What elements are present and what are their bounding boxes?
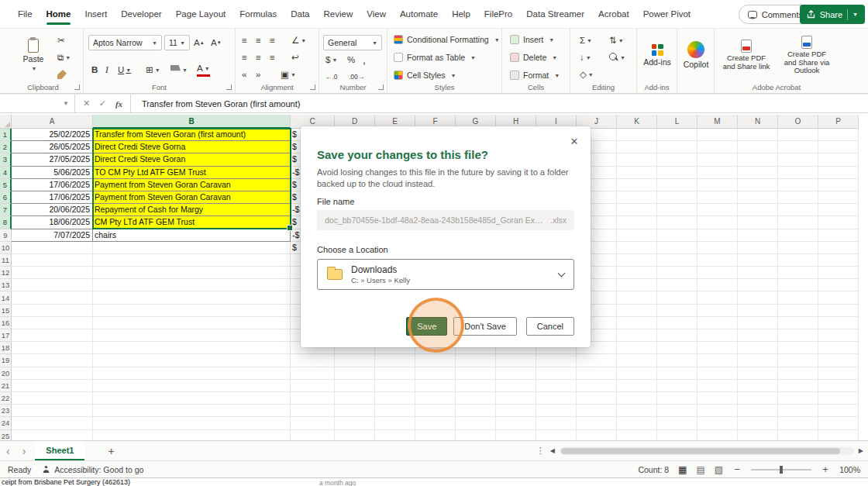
cell-L12[interactable] (657, 267, 698, 279)
cell-A21[interactable] (12, 380, 93, 392)
cell-D24[interactable] (335, 417, 375, 429)
increase-indent-button[interactable]: » (256, 67, 260, 81)
cell-K5[interactable] (617, 179, 657, 191)
cell-M3[interactable] (698, 153, 738, 166)
ribbon-tab-view[interactable]: View (360, 0, 393, 28)
orientation-button[interactable]: ∠▼ (291, 33, 306, 47)
wrap-text-button[interactable]: ↩ (291, 50, 299, 64)
cell-O13[interactable] (778, 279, 818, 291)
cell-P15[interactable] (818, 305, 859, 317)
cell-B24[interactable] (93, 417, 291, 429)
cell-E22[interactable] (375, 392, 415, 405)
cell-K23[interactable] (617, 405, 657, 417)
row-header-23[interactable]: 23 (0, 405, 12, 417)
cell-A13[interactable] (12, 279, 93, 291)
cell-J20[interactable] (577, 367, 617, 380)
sheet-tab-sheet1[interactable]: Sheet1 (35, 441, 84, 460)
cell-N16[interactable] (738, 317, 778, 329)
cell-K3[interactable] (617, 153, 657, 166)
zoom-level[interactable]: 100% (839, 465, 860, 474)
cell-B2[interactable]: Direct Credi Steve Gorna (93, 141, 291, 153)
cell-O12[interactable] (778, 267, 818, 279)
cell-A11[interactable] (12, 254, 93, 267)
font-dialog-launcher[interactable] (226, 84, 232, 90)
cell-M2[interactable] (698, 141, 738, 153)
row-header-5[interactable]: 5 (0, 179, 12, 191)
italic-button[interactable]: I (105, 63, 108, 77)
cell-K7[interactable] (617, 204, 657, 216)
row-header-18[interactable]: 18 (0, 342, 12, 354)
align-right-button[interactable]: ≡ (270, 50, 275, 64)
cell-G22[interactable] (456, 392, 496, 405)
scroll-left-icon[interactable]: ◀ (550, 447, 555, 454)
cell-E20[interactable] (375, 367, 415, 380)
cell-L17[interactable] (657, 329, 698, 342)
cell-L4[interactable] (657, 167, 698, 179)
cell-A18[interactable] (12, 342, 93, 354)
cell-D23[interactable] (335, 405, 375, 417)
dialog-close-icon[interactable]: ✕ (565, 132, 584, 150)
font-size-select[interactable]: 11▼ (164, 35, 190, 50)
cell-M17[interactable] (698, 329, 738, 342)
align-center-button[interactable]: ≡ (256, 50, 261, 64)
percent-style-button[interactable]: % (347, 53, 355, 67)
ribbon-tab-review[interactable]: Review (317, 0, 360, 28)
cell-D21[interactable] (335, 380, 375, 392)
cell-B15[interactable] (93, 305, 291, 317)
cell-K20[interactable] (617, 367, 657, 380)
autosum-button[interactable]: Σ▼ (580, 33, 592, 47)
cell-O6[interactable] (778, 191, 818, 204)
cell-A5[interactable]: 17/06/2025 (12, 179, 93, 191)
copilot-button[interactable]: Copilot (679, 31, 713, 80)
cell-M9[interactable] (698, 229, 738, 242)
cell-P17[interactable] (818, 329, 859, 342)
dont-save-button[interactable]: Don't Save (453, 317, 516, 336)
cell-M16[interactable] (698, 317, 738, 329)
cell-P3[interactable] (818, 153, 859, 166)
cell-M7[interactable] (698, 204, 738, 216)
cell-L10[interactable] (657, 242, 698, 254)
page-break-view-icon[interactable]: ▧ (715, 465, 723, 474)
cell-O7[interactable] (778, 204, 818, 216)
cell-F22[interactable] (415, 392, 456, 405)
cell-G24[interactable] (456, 417, 496, 429)
cell-N13[interactable] (738, 279, 778, 291)
cut-button[interactable]: ✂ (57, 33, 65, 47)
cell-G23[interactable] (456, 405, 496, 417)
ribbon-tab-insert[interactable]: Insert (78, 0, 114, 28)
ribbon-tab-automate[interactable]: Automate (393, 0, 445, 28)
align-top-button[interactable]: ≡ (242, 33, 247, 47)
cell-N2[interactable] (738, 141, 778, 153)
font-color-button[interactable]: A▼ (197, 63, 210, 77)
cell-N6[interactable] (738, 191, 778, 204)
cell-A1[interactable]: 25/02/2025 (12, 129, 93, 141)
cell-C22[interactable] (291, 392, 335, 405)
cell-P21[interactable] (818, 380, 859, 392)
row-header-7[interactable]: 7 (0, 204, 12, 216)
cell-K1[interactable] (617, 129, 657, 141)
ribbon-tab-filepro[interactable]: FilePro (477, 0, 519, 28)
cell-K4[interactable] (617, 167, 657, 179)
cell-H24[interactable] (496, 417, 536, 429)
sort-filter-button[interactable]: ⇅▼ (609, 33, 624, 47)
cell-N3[interactable] (738, 153, 778, 166)
cell-I20[interactable] (536, 367, 577, 380)
font-name-select[interactable]: Aptos Narrow▼ (88, 35, 162, 50)
cell-M22[interactable] (698, 392, 738, 405)
cell-H20[interactable] (496, 367, 536, 380)
cell-L9[interactable] (657, 229, 698, 242)
cell-N15[interactable] (738, 305, 778, 317)
cell-M14[interactable] (698, 291, 738, 304)
cell-B14[interactable] (93, 291, 291, 304)
cell-L2[interactable] (657, 141, 698, 153)
cell-N22[interactable] (738, 392, 778, 405)
cell-K8[interactable] (617, 216, 657, 229)
clear-button[interactable]: ◇▼ (580, 67, 594, 81)
cell-P8[interactable] (818, 216, 859, 229)
cell-N9[interactable] (738, 229, 778, 242)
cell-E23[interactable] (375, 405, 415, 417)
cell-N25[interactable] (738, 430, 778, 441)
select-all-corner[interactable] (0, 115, 12, 129)
underline-button[interactable]: U▼ (118, 63, 131, 77)
cell-M12[interactable] (698, 267, 738, 279)
